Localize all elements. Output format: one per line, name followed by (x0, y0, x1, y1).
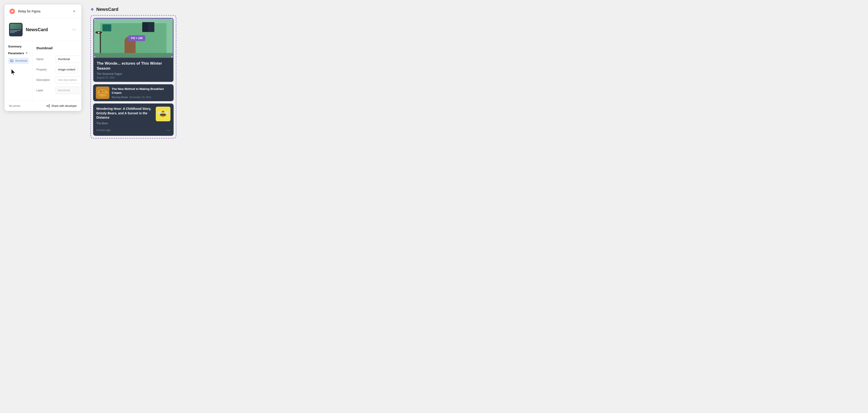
svg-rect-41 (160, 115, 166, 116)
svg-point-10 (49, 105, 50, 105)
card2-date: November 10, 2021 (129, 96, 151, 98)
layer-label: Layer (36, 89, 53, 92)
left-column: Summary Parameters + thumbnail (4, 41, 33, 101)
bee-illustration (156, 107, 170, 121)
parameters-label: Parameters (8, 52, 24, 55)
third-content: Wondering Hour: A Childhood Story, Grizz… (96, 107, 153, 125)
svg-point-9 (46, 105, 48, 106)
card3-source: The Bees (96, 122, 153, 125)
card2-title: The New Method to Making Breakfast Crepe… (112, 87, 171, 95)
svg-rect-1 (10, 60, 13, 62)
svg-point-38 (162, 111, 163, 112)
description-label: Description (36, 78, 53, 82)
card2-meta: Morning Break November 10, 2021 (112, 96, 171, 98)
property-field-row: Property image-content text-content visi… (36, 66, 81, 73)
content-area: Summary Parameters + thumbnail (4, 41, 81, 101)
newscard-header: ❖ NewsCard (90, 7, 861, 12)
secondary-thumbnail (96, 87, 110, 99)
featured-card: Fill × 158 The Wonde... ectures of This … (93, 18, 174, 82)
svg-point-2 (11, 60, 11, 61)
svg-point-25 (98, 32, 100, 33)
newscard-title: NewsCard (96, 7, 119, 12)
featured-content: The Wonde... ectures of This Winter Seas… (94, 58, 173, 82)
layer-display: thumbnail (56, 87, 81, 94)
detail-header: thumbnail 🗑 (36, 45, 81, 51)
resize-handle-tr[interactable] (172, 18, 173, 20)
cursor-pointer (10, 68, 29, 77)
close-button[interactable]: × (71, 8, 77, 14)
svg-point-11 (49, 106, 50, 107)
card2-source: Morning Break (112, 96, 128, 98)
more-options-button[interactable]: ⋯ (71, 27, 77, 32)
svg-rect-40 (160, 114, 166, 115)
property-select[interactable]: image-content text-content visible compo… (56, 66, 78, 73)
add-parameter-button[interactable]: + (24, 51, 29, 55)
secondary-card: The New Method to Making Breakfast Crepe… (93, 84, 174, 101)
newscard-icon: ❖ (90, 7, 94, 12)
third-footer: 4 hours ago ⋯ (96, 128, 170, 133)
component-header: NewsCard ⋯ (4, 18, 81, 41)
share-label: Share with developer (51, 104, 77, 107)
description-field-row: Description (36, 76, 81, 84)
svg-point-37 (161, 110, 164, 114)
detail-title: thumbnail (36, 46, 53, 50)
secondary-content: The New Method to Making Breakfast Crepe… (112, 87, 171, 98)
newscard-container: Fill × 158 The Wonde... ectures of This … (90, 15, 176, 138)
crepes-image (96, 87, 110, 99)
third-card-inner: Wondering Hour: A Childhood Story, Grizz… (96, 107, 170, 125)
share-button[interactable]: Share with developer (46, 104, 77, 108)
bee-image (156, 107, 170, 121)
layer-field-row: Layer thumbnail (36, 87, 81, 94)
component-name: NewsCard (26, 27, 68, 32)
summary-label: Summary (8, 45, 29, 48)
app-title: Relay for Figma (18, 9, 69, 13)
image-icon (10, 59, 13, 63)
svg-rect-19 (149, 23, 154, 32)
right-column: thumbnail 🗑 Name Property image-content … (33, 41, 81, 101)
featured-source: The Seasonal Sagas (97, 72, 170, 75)
parameters-header: Parameters + (8, 51, 29, 55)
svg-line-12 (48, 105, 49, 106)
svg-rect-20 (102, 24, 111, 31)
resize-handle-br[interactable] (172, 56, 173, 58)
featured-date: August 25, 2021 (97, 76, 170, 79)
thumbnail-param-item[interactable]: thumbnail (8, 58, 29, 64)
svg-rect-18 (143, 23, 148, 32)
resize-handle-tl[interactable] (94, 18, 95, 20)
share-icon (46, 104, 50, 108)
fill-badge: Fill × 158 (128, 35, 145, 41)
card3-title: Wondering Hour: A Childhood Story, Grizz… (96, 107, 153, 120)
third-thumbnail (156, 107, 170, 121)
svg-point-31 (103, 90, 105, 92)
app-header: Relay for Figma × (4, 4, 81, 18)
svg-point-39 (163, 111, 164, 112)
property-label: Property (36, 68, 53, 71)
svg-rect-26 (94, 53, 173, 57)
svg-line-13 (48, 106, 49, 107)
svg-point-29 (98, 90, 107, 96)
left-panel: Relay for Figma × NewsCard ⋯ Summary Par… (4, 4, 81, 111)
svg-point-30 (100, 90, 102, 93)
relay-logo (9, 8, 16, 14)
panel-footer: No errors Share with developer (4, 101, 81, 111)
resize-handle-bl[interactable] (94, 56, 95, 58)
right-panel: ❖ NewsCard (88, 4, 864, 141)
thumbnail-param-label: thumbnail (16, 59, 27, 62)
no-errors-label: No errors (9, 104, 20, 107)
property-select-wrapper: image-content text-content visible compo… (56, 66, 81, 73)
card3-time: 4 hours ago (96, 129, 111, 132)
description-input[interactable] (56, 76, 81, 84)
featured-title: The Wonde... ectures of This Winter Seas… (97, 61, 170, 71)
component-thumbnail (9, 23, 23, 36)
name-input[interactable] (56, 56, 81, 63)
name-label: Name (36, 58, 53, 61)
third-card: Wondering Hour: A Childhood Story, Grizz… (93, 103, 174, 136)
third-more-button[interactable]: ⋯ (166, 128, 170, 133)
name-field-row: Name (36, 56, 81, 63)
featured-image: Fill × 158 (94, 18, 173, 58)
